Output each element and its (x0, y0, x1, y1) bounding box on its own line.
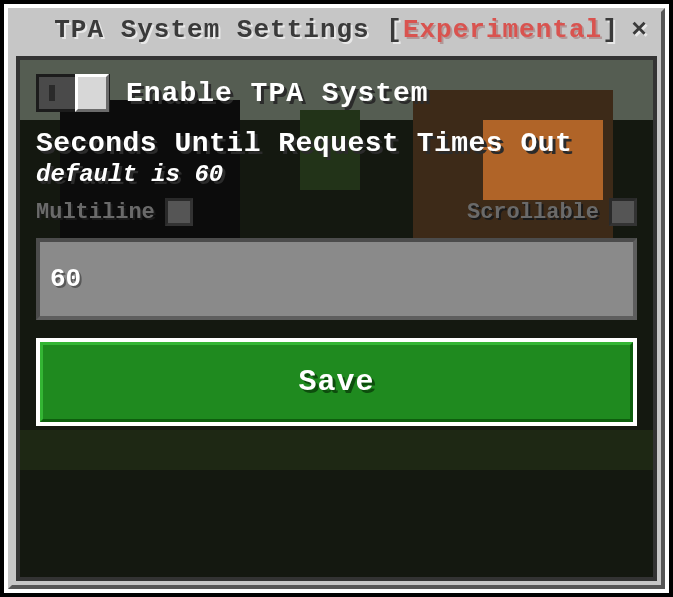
enable-tpa-toggle[interactable] (36, 74, 110, 112)
dialog-frame: TPA System Settings [Experimental] × Ena… (4, 4, 669, 593)
input-options-row: Multiline Scrollable (36, 198, 637, 226)
dialog-body: Enable TPA System Seconds Until Request … (16, 56, 657, 581)
dialog-title: TPA System Settings [Experimental] (54, 15, 619, 45)
bracket-open: [ (386, 15, 403, 45)
save-button[interactable]: Save (36, 338, 637, 426)
multiline-label: Multiline (36, 200, 155, 225)
toggle-on-indicator (49, 85, 55, 101)
settings-form: Enable TPA System Seconds Until Request … (20, 60, 653, 440)
multiline-option: Multiline (36, 198, 193, 226)
enable-toggle-row: Enable TPA System (36, 74, 637, 112)
close-icon: × (631, 15, 647, 45)
scrollable-option: Scrollable (467, 198, 637, 226)
scrollable-label: Scrollable (467, 200, 599, 225)
close-button[interactable]: × (623, 14, 655, 46)
timeout-label: Seconds Until Request Times Out (36, 128, 637, 159)
save-button-label: Save (298, 365, 374, 399)
toggle-knob (75, 74, 109, 112)
timeout-input[interactable]: 60 (36, 238, 637, 320)
scrollable-checkbox[interactable] (609, 198, 637, 226)
enable-tpa-label: Enable TPA System (126, 78, 429, 109)
timeout-hint: default is 60 (36, 161, 637, 188)
bracket-close: ] (602, 15, 619, 45)
timeout-input-value: 60 (50, 264, 81, 294)
experimental-tag: Experimental (403, 15, 602, 45)
multiline-checkbox[interactable] (165, 198, 193, 226)
title-prefix: TPA System Settings (54, 15, 386, 45)
titlebar: TPA System Settings [Experimental] × (8, 8, 665, 52)
